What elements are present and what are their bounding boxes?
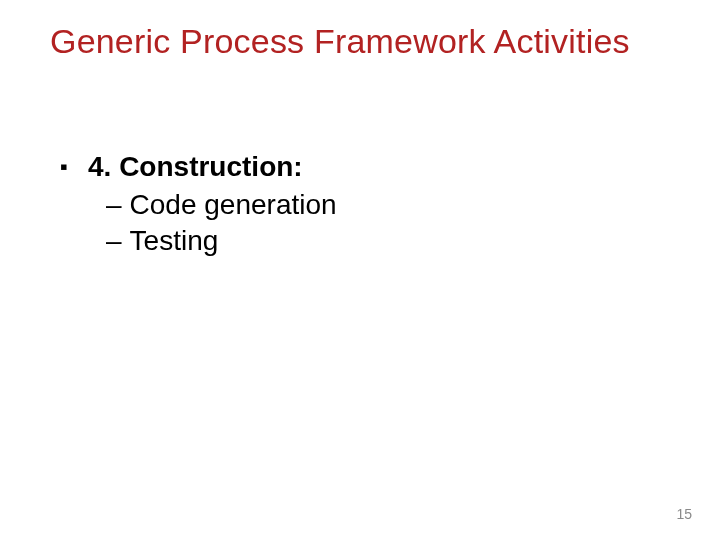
dash-icon: – — [106, 224, 122, 258]
sub-item: – Code generation — [106, 188, 680, 222]
bullet-item: ▪ 4. Construction: — [60, 150, 680, 184]
sub-item-label: Code generation — [130, 188, 337, 222]
square-bullet-icon: ▪ — [60, 150, 74, 184]
page-number: 15 — [676, 506, 692, 522]
sub-item-label: Testing — [130, 224, 219, 258]
sub-item: – Testing — [106, 224, 680, 258]
slide-title: Generic Process Framework Activities — [50, 22, 690, 61]
bullet-item-label: 4. Construction: — [88, 150, 303, 184]
dash-icon: – — [106, 188, 122, 222]
slide-body: ▪ 4. Construction: – Code generation – T… — [60, 150, 680, 260]
